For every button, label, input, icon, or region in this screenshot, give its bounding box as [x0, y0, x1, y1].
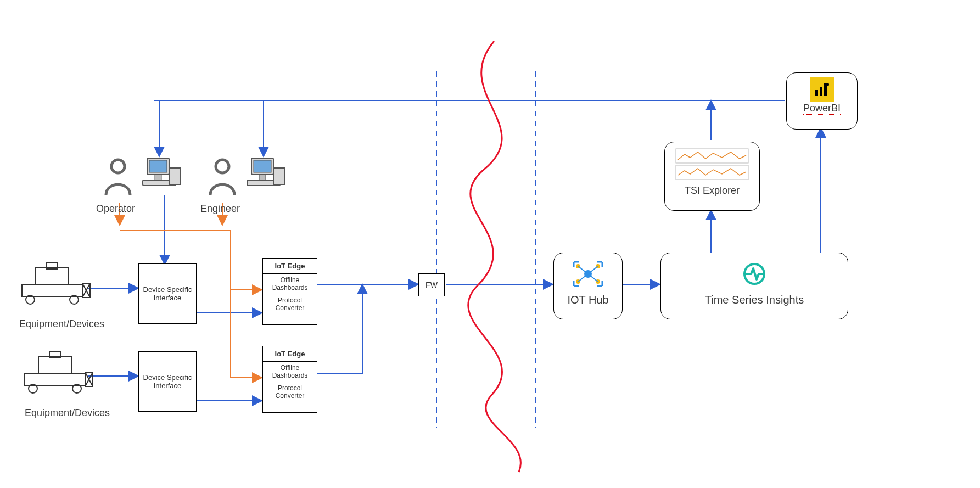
svg-rect-15: [36, 268, 69, 284]
svg-rect-23: [38, 357, 71, 373]
dsi-2-label: Device Specific Interface: [141, 373, 194, 390]
iot-hub-label: IOT Hub: [554, 294, 622, 306]
engineer-workstation-icon: [246, 155, 285, 197]
svg-rect-14: [22, 284, 82, 296]
tsi-label: Time Series Insights: [661, 294, 848, 306]
iot-edge-1-protocol-converter: Protocol Converter: [263, 294, 317, 314]
operator-person-icon: [102, 156, 135, 203]
operator-label: Operator: [96, 203, 135, 215]
svg-point-8: [216, 160, 229, 173]
svg-line-36: [588, 266, 598, 274]
svg-rect-43: [820, 87, 822, 96]
iot-edge-2: IoT Edge Offline Dashboards Protocol Con…: [262, 346, 317, 413]
firewall-node: FW: [418, 273, 445, 296]
tsi-explorer-icon: [665, 142, 759, 184]
svg-rect-7: [169, 168, 180, 184]
svg-rect-12: [259, 175, 266, 180]
powerbi-node: PowerBI: [786, 72, 858, 130]
architecture-diagram: Operator Engineer Equipment/Devices Equi…: [0, 0, 980, 488]
powerbi-icon: [810, 77, 834, 102]
tsi-icon: [661, 253, 848, 291]
iot-edge-2-offline-dashboards: Offline Dashboards: [263, 361, 317, 382]
svg-rect-42: [815, 90, 818, 96]
svg-rect-13: [273, 168, 284, 184]
svg-rect-22: [25, 373, 85, 385]
operator-workstation-icon: [142, 155, 181, 197]
iot-hub-node: IOT Hub: [553, 253, 623, 319]
equipment-label-1: Equipment/Devices: [19, 318, 104, 330]
time-series-insights-node: Time Series Insights: [660, 253, 848, 319]
equipment-label-2: Equipment/Devices: [25, 407, 110, 419]
svg-line-37: [578, 274, 588, 282]
iot-edge-2-protocol-converter: Protocol Converter: [263, 382, 317, 402]
svg-line-38: [588, 274, 598, 282]
device-specific-interface-1: Device Specific Interface: [138, 263, 197, 324]
dsi-1-label: Device Specific Interface: [141, 285, 194, 302]
iot-edge-1-offline-dashboards: Offline Dashboards: [263, 273, 317, 294]
powerbi-label: PowerBI: [803, 103, 841, 115]
svg-rect-4: [149, 160, 167, 172]
tsi-explorer-node: TSI Explorer: [664, 142, 760, 211]
iot-edge-1: IoT Edge Offline Dashboards Protocol Con…: [262, 258, 317, 325]
iot-edge-1-title: IoT Edge: [263, 259, 317, 273]
equipment-icon-2: [22, 351, 93, 397]
iot-edge-2-title: IoT Edge: [263, 346, 317, 361]
firewall-label: FW: [425, 281, 438, 289]
svg-rect-10: [254, 160, 271, 172]
equipment-icon-1: [19, 262, 91, 308]
engineer-person-icon: [206, 156, 239, 203]
engineer-label: Engineer: [200, 203, 240, 215]
svg-point-2: [111, 160, 125, 173]
iot-hub-icon: [554, 253, 622, 290]
tsi-explorer-label: TSI Explorer: [665, 185, 759, 197]
svg-point-45: [826, 83, 829, 86]
svg-line-35: [578, 266, 588, 274]
svg-rect-6: [155, 175, 161, 180]
device-specific-interface-2: Device Specific Interface: [138, 351, 197, 412]
